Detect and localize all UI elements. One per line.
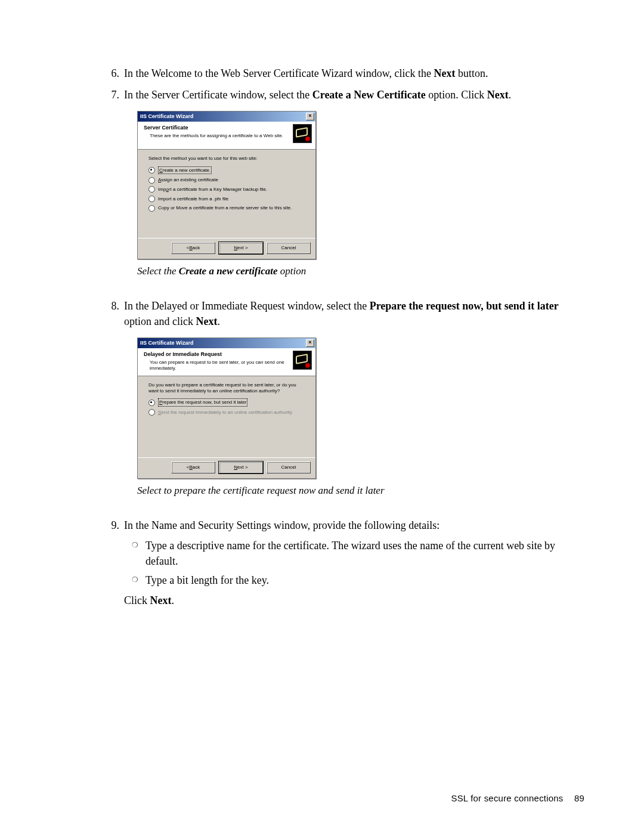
radio-icon <box>148 400 155 406</box>
dialog-instruction: Select the method you want to use for th… <box>148 156 305 162</box>
screenshot-dialog-2: IIS Certificate Wizard × Delayed or Imme… <box>137 337 584 479</box>
step-body: In the Delayed or Immediate Request wind… <box>124 298 584 512</box>
figure-caption-2: Select to prepare the certificate reques… <box>137 484 584 498</box>
radio-assign-existing[interactable]: Assign an existing certificate <box>148 176 305 184</box>
step-number: 6. <box>101 66 124 81</box>
certificate-icon <box>293 124 312 143</box>
next-button[interactable]: Next > <box>219 242 263 254</box>
iis-cert-wizard-dialog: IIS Certificate Wizard × Delayed or Imme… <box>137 337 316 479</box>
step-7: 7. In the Server Certificate window, sel… <box>101 87 584 292</box>
dialog-footer: < Back Next > Cancel <box>138 238 315 259</box>
radio-icon <box>148 205 155 212</box>
cancel-button[interactable]: Cancel <box>267 462 311 473</box>
step-closing: Click Next. <box>124 593 584 608</box>
radio-import-key-manager[interactable]: Import a certificate from a Key Manager … <box>148 186 305 193</box>
dialog-body: Do you want to prepare a certificate req… <box>138 376 315 457</box>
next-button[interactable]: Next > <box>219 462 263 473</box>
step-6: 6. In the Welcome to the Web Server Cert… <box>101 66 584 81</box>
radio-prepare-later[interactable]: Prepare the request now, but send it lat… <box>148 398 305 407</box>
page-number: 89 <box>574 793 584 803</box>
radio-icon <box>148 186 155 193</box>
cancel-button[interactable]: Cancel <box>267 242 311 254</box>
dialog-description: You can prepare a request to be sent lat… <box>144 360 289 371</box>
instruction-list: 6. In the Welcome to the Web Server Cert… <box>101 66 584 608</box>
step-body: In the Name and Security Settings window… <box>124 518 584 608</box>
dialog-titlebar: IIS Certificate Wizard × <box>138 338 315 348</box>
dialog-instruction: Do you want to prepare a certificate req… <box>148 382 305 394</box>
sub-item: ❍ Type a descriptive name for the certif… <box>124 538 584 569</box>
document-page: 6. In the Welcome to the Web Server Cert… <box>0 0 644 833</box>
figure-caption-1: Select the Create a new certificate opti… <box>137 264 584 279</box>
radio-icon <box>148 177 155 184</box>
iis-cert-wizard-dialog: IIS Certificate Wizard × Server Certific… <box>137 111 316 259</box>
screenshot-dialog-1: IIS Certificate Wizard × Server Certific… <box>137 111 584 259</box>
radio-icon <box>148 167 155 174</box>
dialog-header: Server Certificate These are the methods… <box>138 122 315 150</box>
step-body: In the Welcome to the Web Server Certifi… <box>124 66 584 81</box>
dialog-title: IIS Certificate Wizard <box>140 339 193 347</box>
step-9: 9. In the Name and Security Settings win… <box>101 518 584 608</box>
radio-send-immediately: Send the request immediately to an onlin… <box>148 409 305 416</box>
sub-item: ❍ Type a bit length for the key. <box>124 572 584 588</box>
footer-section-title: SSL for secure connections <box>451 793 563 803</box>
page-footer: SSL for secure connections 89 <box>451 793 584 803</box>
close-icon[interactable]: × <box>306 113 314 120</box>
back-button[interactable]: < Back <box>171 242 215 254</box>
close-icon[interactable]: × <box>306 339 314 347</box>
radio-copy-move-remote[interactable]: Copy or Move a certificate from a remote… <box>148 205 305 212</box>
dialog-header: Delayed or Immediate Request You can pre… <box>138 348 315 376</box>
dialog-footer: < Back Next > Cancel <box>138 457 315 478</box>
dialog-title: IIS Certificate Wizard <box>140 113 193 120</box>
step-number: 7. <box>101 87 124 292</box>
dialog-subtitle: Server Certificate <box>144 124 289 132</box>
back-button[interactable]: < Back <box>171 462 215 473</box>
step-number: 8. <box>101 298 124 512</box>
dialog-titlebar: IIS Certificate Wizard × <box>138 112 315 122</box>
step-8: 8. In the Delayed or Immediate Request w… <box>101 298 584 512</box>
step-body: In the Server Certificate window, select… <box>124 87 584 292</box>
bullet-icon: ❍ <box>124 572 145 588</box>
dialog-subtitle: Delayed or Immediate Request <box>144 351 289 358</box>
bullet-icon: ❍ <box>124 538 145 569</box>
step-number: 9. <box>101 518 124 608</box>
sub-list: ❍ Type a descriptive name for the certif… <box>124 538 584 588</box>
dialog-body: Select the method you want to use for th… <box>138 150 315 238</box>
radio-create-new-certificate[interactable]: Create a new certificate. <box>148 166 305 175</box>
radio-icon <box>148 409 155 416</box>
dialog-description: These are the methods for assigning a ce… <box>144 133 289 139</box>
certificate-icon <box>293 351 312 370</box>
radio-icon <box>148 196 155 202</box>
radio-import-pfx[interactable]: Import a certificate from a .pfx file <box>148 196 305 203</box>
